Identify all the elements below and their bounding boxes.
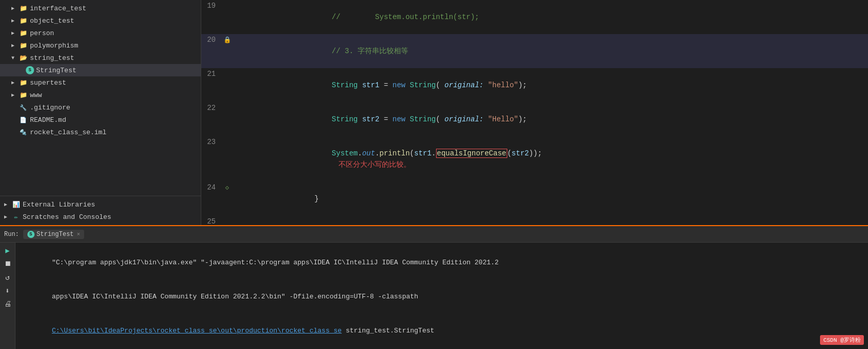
scratch-icon: ✏️ bbox=[11, 212, 21, 221]
arrow-icon: ▶ bbox=[11, 30, 19, 36]
code-punct: = bbox=[379, 115, 392, 123]
sidebar-item-supertest[interactable]: ▶ 📁 supertest bbox=[0, 76, 201, 89]
code-type: System bbox=[332, 149, 358, 157]
code-punct: )); bbox=[529, 149, 542, 157]
sidebar-label: string_test bbox=[30, 54, 74, 62]
run-label: Run: bbox=[4, 231, 19, 238]
sidebar-item-object_test[interactable]: ▶ 📁 object_test bbox=[0, 14, 201, 27]
bottom-tab-stringtest[interactable]: S StringTest × bbox=[23, 230, 85, 239]
watermark: CSDN @罗诗粉 bbox=[820, 335, 864, 345]
console-text: apps\IDEA IC\IntelliJ IDEA Community Edi… bbox=[52, 293, 418, 300]
code-chinese-annotation: 不区分大小写的比较。 bbox=[339, 161, 411, 169]
sidebar-item-polymorphism[interactable]: ▶ 📁 polymorphism bbox=[0, 39, 201, 52]
line-content: } bbox=[232, 216, 868, 225]
line-number: 22 bbox=[201, 102, 222, 136]
sidebar-item-scratches[interactable]: ▶ ✏️ Scratches and Consoles bbox=[0, 211, 201, 223]
sidebar: ▶ 📁 interface_test ▶ 📁 object_test ▶ 📁 p… bbox=[0, 0, 201, 225]
sidebar-item-string_test[interactable]: ▼ 📂 string_test bbox=[0, 52, 201, 64]
code-method: println bbox=[379, 149, 410, 157]
line-content: // 3. 字符串比较相等 bbox=[232, 34, 868, 68]
folder-icon: 📁 bbox=[19, 16, 28, 25]
sidebar-item-StringTest[interactable]: S StringTest bbox=[0, 64, 201, 76]
line-gutter bbox=[222, 136, 232, 182]
sidebar-tree: ▶ 📁 interface_test ▶ 📁 object_test ▶ 📁 p… bbox=[0, 0, 201, 196]
console-suffix: string_test.StringTest bbox=[342, 327, 434, 335]
line-gutter: ◇ bbox=[222, 182, 232, 216]
sidebar-item-interface_test[interactable]: ▶ 📁 interface_test bbox=[0, 2, 201, 14]
arrow-icon: ▶ bbox=[11, 5, 19, 11]
left-panel-buttons: ▶ ⏹ ↺ ⬇ 🖨 bbox=[0, 243, 15, 349]
sidebar-item-gitignore[interactable]: 🔧 .gitignore bbox=[0, 101, 201, 114]
code-table: 19 // System.out.println(str); 20 🔒 bbox=[201, 0, 868, 225]
folder-icon: 📁 bbox=[19, 28, 28, 38]
scroll-button[interactable]: ⬇ bbox=[2, 285, 13, 296]
line-content: } bbox=[232, 182, 868, 216]
folder-icon: 📂 bbox=[19, 53, 28, 62]
sidebar-label: polymorphism bbox=[30, 42, 78, 50]
line-number: 19 bbox=[201, 0, 222, 34]
line-content: String str2 = new String( original: "Hel… bbox=[232, 102, 868, 136]
folder-icon: 📁 bbox=[19, 41, 28, 50]
code-string: "Hello" bbox=[488, 115, 518, 123]
code-type: String bbox=[410, 81, 436, 89]
console-line-1: "C:\program apps\jdk17\bin\java.exe" "-j… bbox=[20, 246, 864, 280]
code-comment: // System.out.println(str); bbox=[297, 13, 479, 21]
console-link[interactable]: C:\Users\bit\IdeaProjects\rocket_class_s… bbox=[52, 327, 342, 335]
arrow-icon: ▼ bbox=[11, 55, 19, 61]
code-comment: // 3. 字符串比较相等 bbox=[297, 47, 409, 55]
sidebar-item-external-libraries[interactable]: ▶ 📊 External Libraries bbox=[0, 198, 201, 211]
code-string: "hello" bbox=[488, 81, 518, 89]
sidebar-item-iml[interactable]: 🔩 rocket_class_se.iml bbox=[0, 126, 201, 138]
line-gutter bbox=[222, 216, 232, 225]
rerun-button[interactable]: ↺ bbox=[2, 272, 13, 283]
sidebar-item-readme[interactable]: 📄 README.md bbox=[0, 114, 201, 126]
bottom-main: ▶ ⏹ ↺ ⬇ 🖨 "C:\program apps\jdk17\bin\jav… bbox=[0, 243, 868, 349]
tab-icon: S bbox=[27, 231, 35, 238]
close-icon[interactable]: × bbox=[77, 231, 81, 237]
console-line-3: C:\Users\bit\IdeaProjects\rocket_class_s… bbox=[20, 314, 864, 348]
code-punct: . bbox=[431, 149, 436, 157]
code-editor[interactable]: 19 // System.out.println(str); 20 🔒 bbox=[201, 0, 868, 225]
sidebar-label: rocket_class_se.iml bbox=[30, 129, 106, 136]
sidebar-label: External Libraries bbox=[23, 201, 95, 209]
code-label: original: bbox=[444, 81, 484, 89]
readme-icon: 📄 bbox=[19, 115, 28, 124]
sidebar-label: interface_test bbox=[30, 5, 86, 12]
sidebar-label: object_test bbox=[30, 17, 74, 25]
code-method-box: equalsIgnoreCase bbox=[436, 149, 507, 158]
table-row: 24 ◇ } bbox=[201, 182, 868, 216]
settings-button[interactable]: 🖨 bbox=[2, 298, 13, 310]
code-var: str1 bbox=[414, 149, 432, 157]
stop-button[interactable]: ⏹ bbox=[2, 258, 13, 269]
code-type: String bbox=[297, 81, 358, 89]
line-content: String str1 = new String( original: "hel… bbox=[232, 68, 868, 102]
code-method: equalsIgnoreCase bbox=[437, 149, 506, 157]
line-number: 23 bbox=[201, 136, 222, 182]
bottom-panel: Run: S StringTest × ▶ ⏹ ↺ ⬇ 🖨 "C:\progra… bbox=[0, 225, 868, 349]
arrow-icon: ▶ bbox=[11, 18, 19, 24]
code-keyword: new bbox=[392, 81, 405, 89]
sidebar-label: www bbox=[30, 91, 42, 99]
sidebar-label: supertest bbox=[30, 79, 66, 87]
gutter-icon: ◇ bbox=[225, 184, 229, 192]
iml-icon: 🔩 bbox=[19, 128, 28, 137]
folder-icon: 📁 bbox=[19, 78, 28, 87]
code-italic: out bbox=[362, 149, 375, 157]
line-content: System.out.println(str1.equalsIgnoreCase… bbox=[232, 136, 868, 182]
run-button[interactable]: ▶ bbox=[2, 245, 13, 256]
folder-icon: 📁 bbox=[19, 4, 28, 13]
table-row: 21 String str1 = new String( original: "… bbox=[201, 68, 868, 102]
code-punct: ( bbox=[436, 81, 445, 89]
line-content: // System.out.println(str); bbox=[232, 0, 868, 34]
line-gutter: 🔒 bbox=[222, 34, 232, 68]
code-type: String bbox=[297, 115, 358, 123]
console-text: "C:\program apps\jdk17\bin\java.exe" "-j… bbox=[52, 259, 499, 266]
gitignore-icon: 🔧 bbox=[19, 103, 28, 112]
bottom-tabs: Run: S StringTest × bbox=[0, 226, 868, 243]
code-label: original: bbox=[444, 115, 484, 123]
code-space bbox=[406, 81, 410, 89]
table-row: 22 String str2 = new String( original: "… bbox=[201, 102, 868, 136]
arrow-icon: ▶ bbox=[11, 42, 19, 49]
sidebar-item-person[interactable]: ▶ 📁 person bbox=[0, 27, 201, 39]
sidebar-item-www[interactable]: ▶ 📁 www bbox=[0, 89, 201, 101]
